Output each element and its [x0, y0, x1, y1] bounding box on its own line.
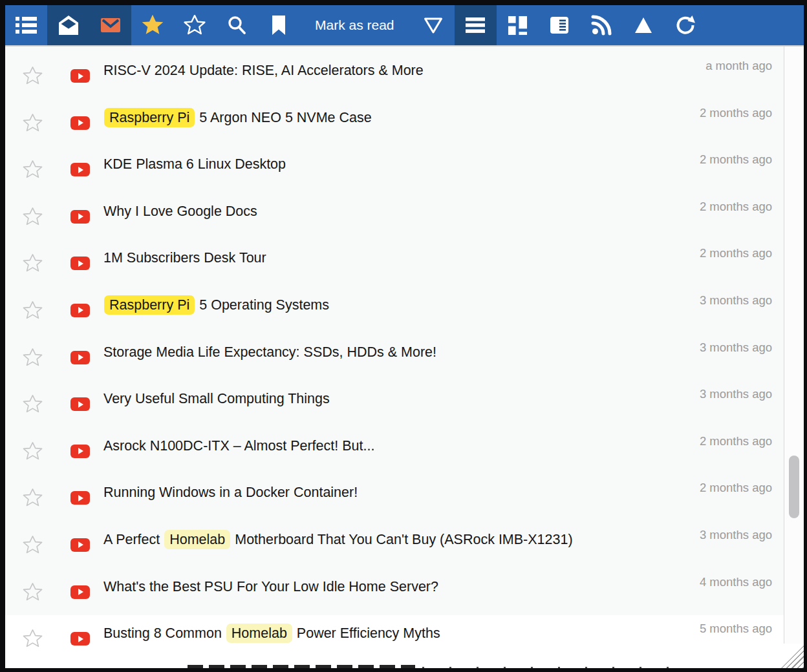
play-icon — [78, 213, 83, 220]
item-timestamp: 2 months ago — [700, 246, 772, 260]
star-outline-icon[interactable] — [23, 394, 43, 414]
scrollbar-thumb[interactable] — [789, 456, 799, 518]
item-timestamp: 3 months ago — [700, 293, 772, 308]
youtube-icon — [70, 491, 90, 505]
star-outline-icon[interactable] — [23, 629, 43, 649]
list-item[interactable]: Storage Media Life Expectancy: SSDs, HDD… — [5, 334, 784, 381]
item-timestamp: 3 months ago — [700, 341, 772, 355]
filter-button[interactable] — [413, 5, 455, 45]
rss-button[interactable] — [581, 5, 623, 45]
item-title: Busting 8 Common Homelab Power Efficienc… — [103, 625, 671, 642]
list-item[interactable]: Raspberry Pi 5 Operating Systems 3 month… — [5, 287, 784, 334]
toolbar: Mark as read — [5, 5, 804, 47]
list-item[interactable]: Why I Love Google Docs 2 months ago — [5, 193, 784, 240]
grid-layout-icon — [508, 16, 528, 36]
play-icon — [78, 120, 83, 126]
list-item[interactable]: RISC-V 2024 Update: RISE, AI Accelerator… — [5, 52, 784, 100]
item-title: A Perfect Homelab Motherboard That You C… — [103, 531, 671, 548]
item-timestamp: a month ago — [705, 59, 772, 73]
star-outline-icon[interactable] — [23, 207, 43, 227]
list-item[interactable]: Busting 8 Common Homelab Power Efficienc… — [5, 615, 784, 662]
youtube-icon — [70, 116, 90, 130]
play-icon — [78, 260, 83, 267]
star-outline-icon[interactable] — [23, 535, 43, 555]
list-item[interactable]: Running Windows in a Docker Container! 2… — [5, 474, 784, 521]
menu-button[interactable] — [455, 5, 497, 45]
star-outline-icon[interactable] — [23, 300, 43, 320]
rss-icon — [591, 15, 612, 36]
star-outline-icon[interactable] — [23, 113, 43, 133]
play-icon — [78, 73, 83, 79]
item-timestamp: 4 months ago — [700, 575, 772, 589]
content-area: RISC-V 2024 Update: RISE, AI Accelerator… — [5, 47, 804, 668]
youtube-icon — [70, 69, 90, 83]
bookmark-button[interactable] — [257, 5, 299, 45]
star-outline-icon[interactable] — [23, 441, 43, 461]
search-icon — [226, 15, 247, 36]
item-title: Raspberry Pi 5 Operating Systems — [103, 297, 671, 313]
star-outline-icon — [184, 14, 206, 36]
play-icon — [78, 167, 83, 173]
list-item[interactable]: Raspberry Pi 5 Argon NEO 5 NVMe Case 2 m… — [5, 100, 784, 147]
star-outline-icon[interactable] — [23, 582, 43, 602]
item-title: 1M Subscribers Desk Tour — [103, 249, 671, 266]
list-item[interactable]: KDE Plasma 6 Linux Desktop 2 months ago — [5, 146, 784, 193]
list-item[interactable]: What's the Best PSU For Your Low Idle Ho… — [5, 569, 784, 616]
star-filled-icon — [141, 14, 164, 37]
play-icon — [78, 448, 83, 454]
search-button[interactable] — [215, 5, 257, 45]
refresh-button[interactable] — [665, 5, 707, 45]
item-title: RISC-V 2024 Update: RISE, AI Accelerator… — [103, 62, 671, 79]
youtube-icon — [70, 632, 90, 646]
play-icon — [78, 636, 83, 642]
scrollbar-track[interactable] — [784, 47, 804, 668]
window-resize-grip[interactable] — [779, 644, 804, 668]
mark-as-read-button[interactable]: Mark as read — [299, 5, 413, 45]
star-outline-icon[interactable] — [23, 160, 43, 180]
play-icon — [78, 354, 83, 361]
item-title: Running Windows in a Docker Container! — [103, 484, 671, 501]
scroll-top-button[interactable] — [623, 5, 665, 45]
refresh-icon — [675, 15, 696, 36]
item-timestamp: 3 months ago — [700, 528, 772, 542]
item-timestamp: 3 months ago — [700, 387, 772, 401]
feed-reader-window: Mark as read — [5, 5, 804, 668]
mark-read-envelope-button[interactable] — [47, 5, 89, 45]
item-title: KDE Plasma 6 Linux Desktop — [103, 156, 671, 173]
up-triangle-icon — [634, 16, 653, 34]
mark-unread-envelope-button[interactable] — [89, 5, 131, 45]
star-outline-icon[interactable] — [23, 348, 43, 368]
item-timestamp: 2 months ago — [700, 106, 772, 120]
list-item[interactable]: Very Useful Small Computing Things 3 mon… — [5, 381, 784, 428]
youtube-icon — [70, 257, 90, 270]
youtube-icon — [70, 397, 90, 411]
item-timestamp: 5 months ago — [700, 622, 772, 636]
list-item[interactable]: 1M Subscribers Desk Tour 2 months ago — [5, 240, 784, 287]
star-outline-icon[interactable] — [23, 66, 43, 86]
article-pane-icon — [550, 15, 569, 36]
play-icon — [78, 495, 83, 501]
item-title: Storage Media Life Expectancy: SSDs, HDD… — [103, 344, 671, 361]
layout-button[interactable] — [497, 5, 539, 45]
article-list: RISC-V 2024 Update: RISE, AI Accelerator… — [5, 47, 784, 668]
list-view-button[interactable] — [5, 5, 47, 45]
star-outline-icon[interactable] — [23, 253, 43, 273]
open-envelope-icon — [58, 15, 79, 36]
list-item[interactable]: A Perfect Homelab Motherboard That You C… — [5, 521, 784, 569]
item-title: Raspberry Pi 5 Argon NEO 5 NVMe Case — [103, 109, 671, 126]
play-icon — [78, 307, 83, 313]
unflag-star-button[interactable] — [173, 5, 215, 45]
list-item[interactable]: Asrock N100DC-ITX – Almost Perfect! But.… — [5, 428, 784, 475]
item-title: What's the Best PSU For Your Low Idle Ho… — [103, 578, 671, 595]
youtube-icon — [70, 210, 90, 224]
youtube-icon — [70, 351, 90, 364]
article-pane-button[interactable] — [539, 5, 581, 45]
play-icon — [78, 401, 83, 408]
item-title: Why I Love Google Docs — [103, 203, 671, 220]
unread-envelope-icon — [100, 15, 121, 36]
item-timestamp: 2 months ago — [700, 481, 772, 495]
flag-starred-button[interactable] — [131, 5, 173, 45]
star-outline-icon[interactable] — [23, 488, 43, 508]
item-timestamp: 2 months ago — [700, 152, 772, 167]
youtube-icon — [70, 163, 90, 176]
